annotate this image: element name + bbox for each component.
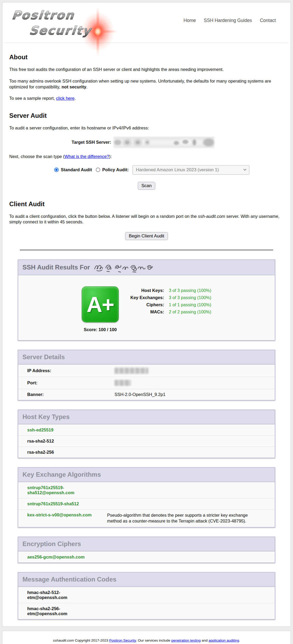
stat-row-ciphers: Ciphers: 1 of 1 passing (100%) — [130, 301, 211, 308]
host-key-types-header: Host Key Types — [18, 410, 275, 424]
about-paragraph-2: Too many admins overlook SSH configurati… — [9, 78, 284, 90]
nav-link-contact[interactable]: Contact — [260, 18, 276, 23]
banner-value: SSH-2.0-OpenSSH_9.2p1 — [115, 392, 166, 397]
stat-value: 2 of 2 passing (100%) — [169, 308, 211, 316]
page-content: About This free tool audits the configur… — [2, 53, 291, 620]
mac-row: hmac-sha2-512-etm@openssh.com — [18, 587, 275, 603]
client-audit-heading: Client Audit — [9, 200, 284, 208]
detail-row-ip: IP Address: — [18, 364, 275, 377]
kex-name: kex-strict-s-v00@openssh.com — [27, 512, 107, 524]
footer-site-name: sshaudit.com — [53, 638, 74, 642]
chevron-down-icon — [243, 168, 246, 170]
target-ssh-server-label: Target SSH Server: — [9, 140, 113, 145]
policy-audit-label: Policy Audit: — [102, 167, 129, 172]
host-key-name: rsa-sha2-256 — [27, 450, 54, 454]
score-label: Score: 100 / 100 — [82, 327, 119, 332]
redacted-port-value — [115, 380, 131, 386]
page-footer: sshaudit.com Copyright 2017-2023 Positro… — [2, 631, 291, 644]
port-label: Port: — [27, 380, 115, 385]
stat-row-macs: MACs: 2 of 2 passing (100%) — [130, 308, 211, 316]
key-exchange-panel: Key Exchange Algorithms sntrup761x25519-… — [18, 467, 275, 528]
logo-text-line1: Positron — [11, 8, 75, 22]
application-auditing-link[interactable]: application auditing — [209, 638, 239, 642]
server-details-panel: Server Details IP Address: Port: Banner:… — [18, 350, 275, 400]
host-key-name: ssh-ed25519 — [27, 427, 53, 432]
host-key-row: rsa-sha2-256 — [18, 447, 275, 458]
policy-audit-radio[interactable] — [96, 168, 100, 172]
header-divider — [4, 43, 289, 43]
audit-results-panel: SSH Audit Results For — [18, 259, 275, 341]
nav-link-ssh-hardening-guides[interactable]: SSH Hardening Guides — [204, 18, 252, 23]
stat-label: Key Exchanges: — [130, 294, 169, 301]
main-content-card: Positron Security Home SSH Hardening Gui… — [2, 2, 291, 627]
ssh-audit-domain-italic: ssh-audit.com — [198, 214, 225, 219]
host-key-name: rsa-sha2-512 — [27, 439, 54, 443]
cipher-row: aes256-gcm@openssh.com — [18, 551, 275, 562]
mac-row: hmac-sha2-256-etm@openssh.com — [18, 603, 275, 619]
results-stats-table: Host Keys: 3 of 3 passing (100%) Key Exc… — [130, 287, 211, 316]
server-audit-heading: Server Audit — [9, 112, 284, 119]
not-security-emphasis: not security — [62, 84, 86, 89]
audit-results-body: A+ Score: 100 / 100 Host Keys: 3 of 3 pa… — [18, 275, 275, 340]
server-audit-instructions: To audit a server configuration, enter i… — [9, 125, 284, 131]
nav-link-home[interactable]: Home — [184, 18, 196, 23]
site-header: Positron Security Home SSH Hardening Gui… — [2, 2, 291, 43]
banner-label: Banner: — [27, 392, 115, 397]
scan-type-difference-link[interactable]: What is the difference? — [65, 154, 109, 159]
cipher-name: aes256-gcm@openssh.com — [27, 555, 85, 559]
footer-line-1: sshaudit.com Copyright 2017-2023 Positro… — [8, 638, 285, 643]
audit-results-title: SSH Audit Results For — [22, 264, 90, 271]
redacted-hostname-scribble — [93, 263, 157, 273]
macs-header: Message Authentication Codes — [18, 573, 275, 587]
begin-client-audit-button[interactable]: Begin Client Audit — [125, 232, 168, 240]
stat-row-key-exchanges: Key Exchanges: 3 of 3 passing (100%) — [130, 294, 211, 301]
key-exchange-header: Key Exchange Algorithms — [18, 468, 275, 482]
kex-row: sntrup761x25519-sha512@openssh.com — [18, 482, 275, 498]
policy-select-value: Hardened Amazon Linux 2023 (version 1) — [136, 167, 219, 173]
kex-row: kex-strict-s-v00@openssh.com Pseudo-algo… — [18, 509, 275, 527]
encryption-ciphers-header: Encryption Ciphers — [18, 537, 275, 551]
stat-label: Ciphers: — [130, 301, 169, 308]
standard-audit-radio[interactable] — [54, 168, 59, 172]
stat-value: 3 of 3 passing (100%) — [169, 294, 211, 301]
kex-name: sntrup761x25519-sha512 — [27, 501, 107, 506]
stat-row-host-keys: Host Keys: 3 of 3 passing (100%) — [130, 287, 211, 294]
grade-badge: A+ — [82, 286, 119, 322]
section-divider — [20, 250, 273, 250]
scan-type-row: Standard Audit Policy Audit: Hardened Am… — [54, 165, 284, 175]
sample-report-link[interactable]: click here — [56, 96, 75, 101]
policy-select[interactable]: Hardened Amazon Linux 2023 (version 1) — [132, 165, 249, 175]
server-details-header: Server Details — [18, 350, 275, 364]
positron-security-link[interactable]: Positron Security — [109, 638, 136, 642]
redacted-ip-value — [115, 368, 148, 374]
kex-row: sntrup761x25519-sha512 — [18, 498, 275, 509]
host-key-types-panel: Host Key Types ssh-ed25519 rsa-sha2-512 … — [18, 409, 275, 458]
sample-report-paragraph: To see a sample report, click here. — [9, 96, 284, 101]
encryption-ciphers-panel: Encryption Ciphers aes256-gcm@openssh.co… — [18, 537, 275, 563]
positron-security-logo[interactable]: Positron Security — [9, 8, 125, 40]
mac-name: hmac-sha2-512-etm@openssh.com — [27, 590, 107, 600]
host-key-row: ssh-ed25519 — [18, 424, 275, 435]
host-key-row: rsa-sha2-512 — [18, 435, 275, 447]
detail-row-port: Port: — [18, 377, 275, 389]
stat-value: 1 of 1 passing (100%) — [169, 301, 211, 308]
kex-name: sntrup761x25519-sha512@openssh.com — [27, 485, 107, 495]
grade-letter: A+ — [86, 292, 114, 317]
target-server-row: Target SSH Server: — [9, 137, 284, 148]
mac-name: hmac-sha2-256-etm@openssh.com — [27, 606, 107, 616]
macs-panel: Message Authentication Codes hmac-sha2-5… — [18, 572, 275, 620]
kex-note: Pseudo-algorithm that denotes the peer s… — [107, 512, 250, 524]
client-audit-paragraph: To audit a client configuration, click t… — [9, 214, 284, 225]
main-nav: Home SSH Hardening Guides Contact — [184, 18, 276, 23]
detail-row-banner: Banner: SSH-2.0-OpenSSH_9.2p1 — [18, 389, 275, 400]
audit-results-header: SSH Audit Results For — [18, 260, 275, 275]
standard-audit-label: Standard Audit — [61, 167, 92, 172]
ip-address-label: IP Address: — [27, 368, 115, 373]
grade-column: A+ Score: 100 / 100 — [82, 286, 119, 332]
penetration-testing-link[interactable]: penetration testing — [171, 638, 201, 642]
stat-label: MACs: — [130, 308, 169, 316]
about-heading: About — [9, 53, 284, 61]
scan-type-paragraph: Next, choose the scan type (What is the … — [9, 154, 284, 160]
target-ssh-server-input[interactable] — [113, 137, 214, 148]
scan-button[interactable]: Scan — [138, 182, 155, 190]
